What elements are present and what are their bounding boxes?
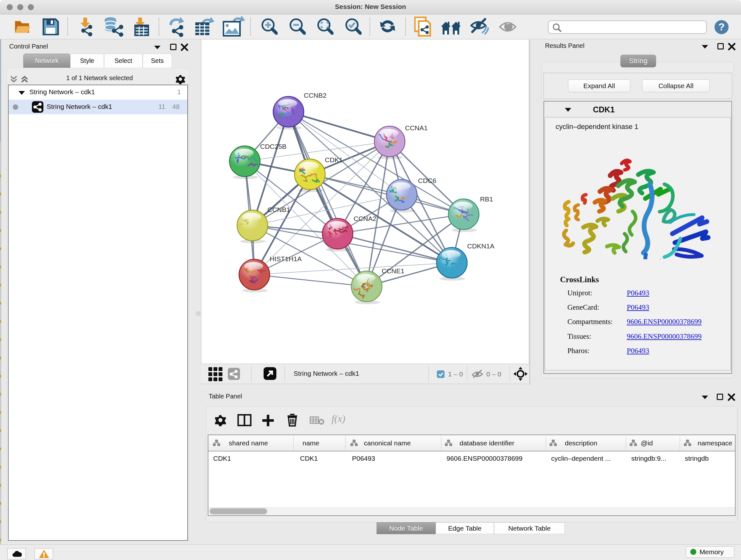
svg-text:CCNE1: CCNE1 xyxy=(382,267,404,274)
svg-text:CDK1: CDK1 xyxy=(325,156,343,164)
svg-text:CCNB1: CCNB1 xyxy=(267,206,290,213)
svg-text:CCNA1: CCNA1 xyxy=(405,124,428,132)
svg-text:RB1: RB1 xyxy=(480,195,493,203)
svg-text:CDKN1A: CDKN1A xyxy=(467,242,494,250)
svg-text:CDC6: CDC6 xyxy=(418,177,436,184)
svg-text:CCNA2: CCNA2 xyxy=(354,215,376,222)
svg-text:?: ? xyxy=(718,21,725,33)
svg-text:HIST1H1A: HIST1H1A xyxy=(270,255,301,262)
svg-text:CCNB2: CCNB2 xyxy=(304,91,327,99)
svg-text:CDC25B: CDC25B xyxy=(260,143,286,150)
